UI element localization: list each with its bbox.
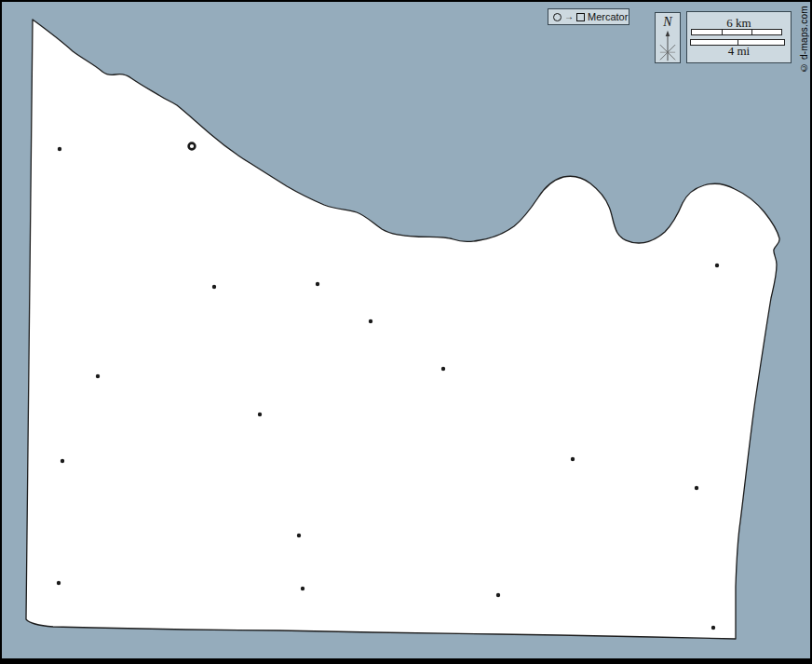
town-dot	[301, 587, 304, 590]
projection-label: Mercator	[588, 12, 628, 22]
town-dot	[711, 626, 715, 630]
frame-edge	[0, 0, 812, 2]
north-label: N	[663, 16, 671, 29]
arrow-icon: →	[564, 12, 574, 21]
town-dot	[441, 367, 445, 371]
scale-bar: 6 km 4 mi	[686, 11, 792, 63]
scale-km-label: 6 km	[687, 17, 791, 29]
town-dot	[316, 282, 319, 286]
north-indicator: N	[655, 12, 681, 63]
projection-legend: → Mercator	[548, 8, 629, 25]
town-dot	[57, 581, 61, 585]
scale-km-bar	[691, 29, 782, 35]
town-dot	[96, 374, 100, 378]
map-canvas: → Mercator N 6 km 4 mi © d-maps.com	[0, 0, 812, 664]
town-dot	[58, 147, 61, 151]
town-dot	[297, 534, 301, 537]
base-map	[0, 0, 812, 664]
scale-mi-label: 4 mi	[687, 45, 791, 57]
town-dot	[571, 457, 575, 461]
frame-edge	[0, 658, 812, 664]
town-dot	[369, 319, 372, 323]
town-dot	[258, 413, 262, 416]
scale-tick	[722, 30, 723, 34]
city-ring-marker	[189, 143, 196, 150]
scale-tick	[751, 30, 752, 34]
town-dot	[212, 285, 216, 289]
town-dot	[496, 593, 500, 597]
square-icon	[576, 13, 585, 21]
town-dot	[695, 486, 698, 490]
copyright-text: © d-maps.com	[799, 6, 809, 73]
compass-arrow-icon	[656, 29, 679, 62]
circle-icon	[553, 13, 562, 21]
town-dot	[715, 264, 719, 267]
frame-edge	[0, 0, 2, 664]
town-dot	[61, 459, 64, 463]
